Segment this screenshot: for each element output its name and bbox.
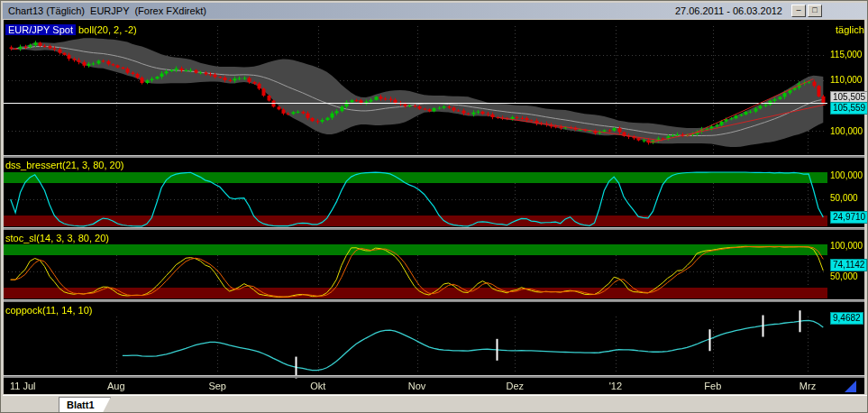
tab-blatt1-label: Blatt1: [67, 399, 95, 410]
time-axis-label: Aug: [107, 381, 125, 391]
panel-label-coppock: coppock(11, 14, 10): [5, 305, 92, 316]
axis-tick-label: 100,000: [830, 241, 863, 252]
time-axis-label: Nov: [408, 381, 426, 391]
axis-value-box: 105,559: [830, 102, 868, 115]
tab-blatt1[interactable]: Blatt1: [59, 397, 111, 413]
time-axis-label: Mrz: [799, 381, 816, 391]
axis-tick-label: 110,000: [830, 75, 862, 86]
axis-tick-label: 50,000: [830, 271, 858, 282]
chart-canvas[interactable]: [1, 1, 868, 395]
timeframe-label: täglich: [836, 24, 864, 35]
axis-value-box: 24,9710: [830, 211, 868, 224]
time-axis-label: Feb: [704, 381, 721, 391]
instrument-label: EUR/JPY Spotboll(20, 2, -2): [5, 24, 137, 35]
axis-tick-label: 100,000: [830, 126, 863, 137]
time-axis-label: Dez: [507, 381, 525, 391]
time-axis-label: Okt: [310, 381, 325, 391]
time-axis-label: Sep: [208, 381, 226, 391]
panel-label-dss: dss_bressert(21, 3, 80, 20): [5, 160, 123, 170]
study-label: boll(20, 2, -2): [78, 24, 137, 35]
axis-value-box: 74,1142: [830, 259, 867, 271]
scroll-end-icon[interactable]: [845, 381, 856, 392]
chart-window: Chart13 (Täglich) EURJPY (Forex FXdirekt…: [0, 0, 868, 413]
time-axis-label: 11 Jul: [10, 381, 36, 391]
time-axis-label: '12: [609, 381, 622, 391]
symbol-label: EUR/JPY Spot: [5, 24, 76, 35]
axis-value-box: 9,4682: [830, 312, 863, 325]
sheet-tab-bar: Blatt1: [3, 395, 867, 412]
axis-tick-label: 115,000: [830, 50, 862, 60]
axis-tick-label: 50,000: [830, 193, 858, 204]
panel-label-stoc: stoc_sl(14, 3, 3, 80, 20): [5, 233, 109, 243]
axis-tick-label: 100,000: [830, 170, 863, 181]
